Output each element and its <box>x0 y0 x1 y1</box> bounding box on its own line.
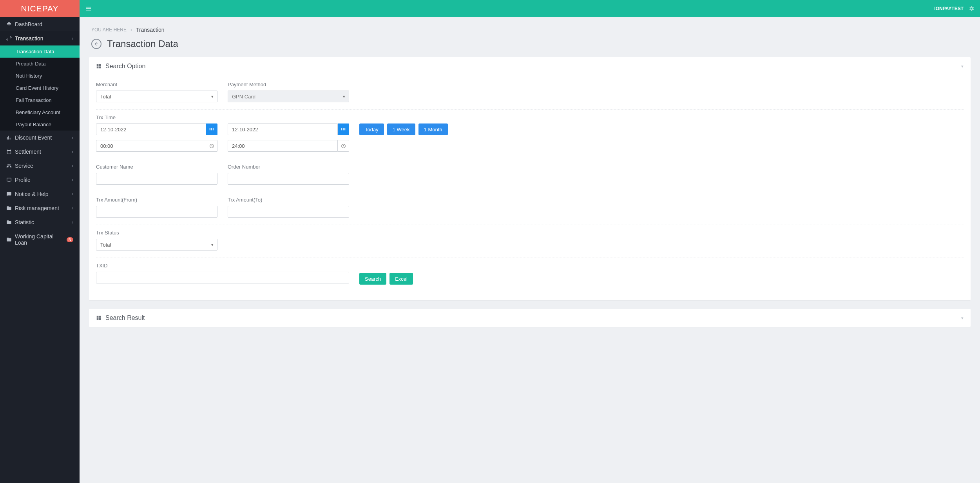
sidebar-item-discount-event[interactable]: Discount Event ‹ <box>0 131 80 145</box>
monitor-icon <box>6 177 15 183</box>
topbar: IONPAYTEST <box>80 0 980 17</box>
sidebar-item-label: Notice & Help <box>15 191 72 197</box>
sidebar-item-label: Statistic <box>15 219 72 225</box>
subitem-transaction-data[interactable]: Transaction Data <box>0 45 80 58</box>
transaction-submenu: Transaction Data Preauth Data Noti Histo… <box>0 45 80 131</box>
users-icon <box>6 163 15 169</box>
subitem-preauth-data[interactable]: Preauth Data <box>0 58 80 70</box>
back-button[interactable] <box>91 39 101 49</box>
main-area: IONPAYTEST YOU ARE HERE › Transaction Tr… <box>80 0 980 483</box>
transaction-icon <box>6 36 15 41</box>
amount-to-label: Trx Amount(To) <box>228 197 349 203</box>
trx-time-label: Trx Time <box>96 114 217 120</box>
search-button[interactable]: Search <box>359 273 386 285</box>
chevron-left-icon: ‹ <box>72 220 73 225</box>
sidebar-item-label: Working Capital Loan <box>15 233 64 246</box>
amount-to-input[interactable] <box>228 206 349 218</box>
sidebar-item-label: Risk management <box>15 205 72 211</box>
excel-button[interactable]: Excel <box>389 273 413 285</box>
trx-status-label: Trx Status <box>96 230 217 236</box>
chevron-left-icon: ‹ <box>72 135 73 140</box>
folder-icon <box>6 220 15 225</box>
payment-method-select[interactable] <box>228 91 349 102</box>
subitem-beneficiary-account[interactable]: Beneficiary Account <box>0 106 80 118</box>
one-month-button[interactable]: 1 Month <box>418 123 448 135</box>
sidebar-item-label: Service <box>15 163 72 169</box>
grid-icon <box>96 64 101 69</box>
sidebar-item-profile[interactable]: Profile ‹ <box>0 173 80 187</box>
search-option-panel: Search Option ▾ Merchant Payment Method <box>89 57 971 300</box>
subitem-card-event-history[interactable]: Card Event History <box>0 82 80 94</box>
clock-icon[interactable] <box>338 140 349 152</box>
sidebar-item-dashboard[interactable]: DashBoard <box>0 17 80 31</box>
spacer-label <box>228 114 349 120</box>
sidebar: NICEPAY DashBoard Transaction ‹ Transact… <box>0 0 80 483</box>
txid-label: TXID <box>96 263 349 269</box>
calendar-picker-icon[interactable] <box>206 123 217 135</box>
comment-icon <box>6 191 15 197</box>
chevron-left-icon: ‹ <box>72 177 73 183</box>
sidebar-item-label: Profile <box>15 177 72 183</box>
panel-title: Search Result <box>105 314 145 321</box>
subitem-fail-transaction[interactable]: Fail Transaction <box>0 94 80 106</box>
date-to-input[interactable] <box>228 123 338 135</box>
folder-icon <box>6 237 15 242</box>
grid-icon <box>96 315 101 321</box>
one-week-button[interactable]: 1 Week <box>387 123 415 135</box>
chart-bar-icon <box>6 135 15 140</box>
new-badge: N <box>67 237 73 242</box>
payment-method-label: Payment Method <box>228 82 349 87</box>
chevron-left-icon: ‹ <box>72 149 73 154</box>
chevron-down-icon[interactable]: ▾ <box>961 316 964 321</box>
menu-toggle-icon[interactable] <box>85 5 92 12</box>
merchant-select[interactable] <box>96 91 217 102</box>
current-user[interactable]: IONPAYTEST <box>934 6 964 11</box>
time-to-input[interactable] <box>228 140 338 152</box>
date-from-input[interactable] <box>96 123 206 135</box>
order-number-label: Order Number <box>228 164 349 170</box>
subitem-noti-history[interactable]: Noti History <box>0 70 80 82</box>
sidebar-item-label: Settlement <box>15 149 72 155</box>
search-result-panel: Search Result ▾ <box>89 309 971 327</box>
sidebar-item-settlement[interactable]: Settlement ‹ <box>0 145 80 159</box>
sidebar-item-service[interactable]: Service ‹ <box>0 159 80 173</box>
settings-icon[interactable] <box>968 5 975 12</box>
spacer-label <box>359 114 448 120</box>
breadcrumb-current: Transaction <box>136 27 165 33</box>
calendar-picker-icon[interactable] <box>338 123 349 135</box>
chevron-left-icon: ‹ <box>72 191 73 197</box>
chevron-right-icon: › <box>130 27 132 33</box>
sidebar-item-label: Discount Event <box>15 134 72 141</box>
clock-icon[interactable] <box>206 140 217 152</box>
sidebar-item-label: Transaction <box>15 35 72 42</box>
breadcrumb-prefix: YOU ARE HERE <box>91 27 127 33</box>
chevron-left-icon: ‹ <box>72 36 73 41</box>
sidebar-item-risk-management[interactable]: Risk management ‹ <box>0 201 80 215</box>
folder-icon <box>6 205 15 211</box>
main-nav: DashBoard Transaction ‹ Transaction Data… <box>0 17 80 250</box>
time-from-input[interactable] <box>96 140 206 152</box>
calendar-icon <box>6 149 15 154</box>
customer-name-input[interactable] <box>96 173 217 185</box>
sidebar-item-working-capital-loan[interactable]: Working Capital Loan N <box>0 229 80 250</box>
brand-logo[interactable]: NICEPAY <box>0 0 80 17</box>
chevron-down-icon[interactable]: ▾ <box>961 64 964 69</box>
sidebar-item-notice-help[interactable]: Notice & Help ‹ <box>0 187 80 201</box>
order-number-input[interactable] <box>228 173 349 185</box>
today-button[interactable]: Today <box>359 123 384 135</box>
amount-from-input[interactable] <box>96 206 217 218</box>
sidebar-item-transaction[interactable]: Transaction ‹ <box>0 31 80 45</box>
breadcrumb: YOU ARE HERE › Transaction <box>91 27 968 33</box>
panel-title: Search Option <box>105 63 145 70</box>
sidebar-item-statistic[interactable]: Statistic ‹ <box>0 215 80 229</box>
sidebar-item-label: DashBoard <box>15 21 73 27</box>
txid-input[interactable] <box>96 272 349 283</box>
trx-status-select[interactable] <box>96 239 217 251</box>
page-title: Transaction Data <box>107 38 178 49</box>
chevron-left-icon: ‹ <box>72 163 73 169</box>
dashboard-icon <box>6 22 15 27</box>
content: YOU ARE HERE › Transaction Transaction D… <box>80 17 980 351</box>
chevron-left-icon: ‹ <box>72 205 73 211</box>
merchant-label: Merchant <box>96 82 217 87</box>
subitem-payout-balance[interactable]: Payout Balance <box>0 118 80 131</box>
